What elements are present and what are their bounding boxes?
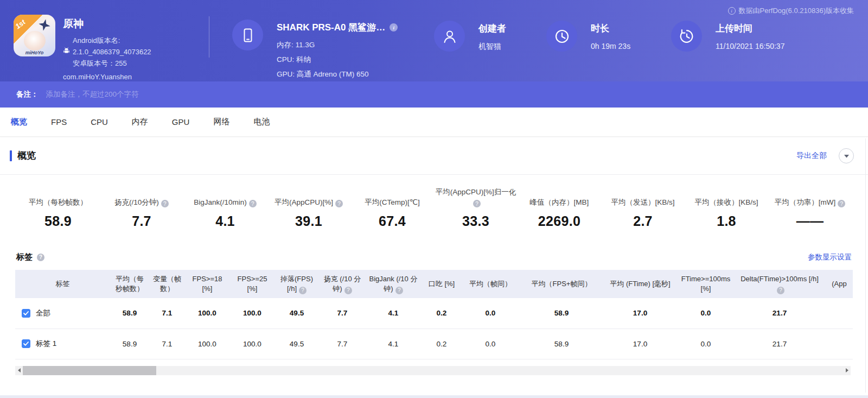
stat-label: 平均（每秒帧数） (16, 186, 100, 207)
stat-label-text: 扬克(/10分钟)? (114, 197, 169, 208)
stat-card: 平均（功率）[mW]?—— (768, 186, 852, 229)
table-cell: 49.5 (275, 328, 318, 359)
column-header-text: 扬克 (/10 分钟) (324, 275, 361, 293)
person-icon (434, 21, 465, 52)
export-all-link[interactable]: 导出全部 (796, 151, 827, 161)
duration-label: 时长 (591, 22, 630, 35)
column-header: 平均（每秒帧数） (110, 270, 149, 298)
row-label: 全部 (36, 309, 50, 317)
help-icon[interactable]: ? (161, 200, 169, 207)
first-badge: 1st (14, 15, 44, 45)
table-cell: 7.1 (149, 298, 185, 328)
stat-label-text: 平均（接收）[KB/s] (694, 197, 758, 207)
table-cell (823, 328, 853, 359)
table-header-row: 标签平均（每秒帧数）变量（帧数）FPS>=18 [%]FPS>=25 [%]掉落… (15, 270, 853, 298)
stat-label: 平均(AppCPU)[%]? (267, 186, 350, 207)
section-title: 概览 (17, 149, 36, 162)
help-icon[interactable]: ? (335, 200, 343, 207)
app-block: 1st miHoYo 原神 Android版本名: 2.1.0_4086379_… (14, 15, 151, 82)
table-cell: 0.2 (420, 328, 463, 359)
help-icon[interactable]: ? (299, 287, 307, 294)
tab-battery[interactable]: 电池 (253, 117, 270, 127)
table-cell: 4.1 (366, 328, 420, 359)
help-icon[interactable]: ? (344, 287, 352, 294)
column-header-text: 平均（FPS+帧间） (532, 280, 592, 288)
help-icon[interactable]: ? (473, 200, 481, 207)
labels-title: 标签 (16, 252, 33, 262)
upload-group: 上传时间 11/10/2021 16:50:37 (671, 21, 784, 52)
collapse-button[interactable] (839, 148, 854, 163)
stat-label-text: 平均(CTemp)[℃] (365, 197, 419, 207)
stat-value: 2269.0 (518, 213, 601, 229)
duration-value: 0h 19m 23s (591, 42, 630, 50)
column-header: FPS>=25 [%] (229, 270, 275, 298)
stat-card: BigJank(/10min)?4.1 (183, 186, 267, 229)
table-cell: 100.0 (185, 298, 229, 328)
tab-memory[interactable]: 内存 (132, 117, 148, 127)
stat-card: 扬克(/10分钟)?7.7 (100, 186, 183, 229)
tab-gpu[interactable]: GPU (172, 117, 190, 127)
android-version-value: 2.1.0_4086379_4073622 (73, 47, 151, 57)
stat-label-text: 峰值（内存）[MB] (530, 197, 589, 207)
table-cell: 58.9 (518, 298, 605, 328)
column-header: 掉落(FPS) [/h]? (275, 270, 318, 298)
table-cell: 0.0 (463, 328, 518, 359)
column-header-text: (App (832, 280, 846, 288)
stat-label-text: BigJank(/10min)? (194, 197, 257, 208)
labels-section-head: 标签 ? 参数显示设置 (16, 252, 852, 262)
stat-label-text: 平均(AppCPU)[%]归一化? (435, 187, 516, 208)
column-header-text: 平均 (FTime) [毫秒] (610, 280, 670, 288)
help-icon[interactable]: ? (395, 287, 403, 294)
stat-value: 2.7 (601, 213, 685, 229)
stat-label-text: 平均（每秒帧数） (29, 197, 87, 207)
row-label: 标签 1 (36, 339, 56, 348)
help-icon[interactable]: ? (37, 254, 44, 261)
help-icon[interactable]: ? (777, 287, 784, 294)
table-cell: 49.5 (275, 298, 318, 328)
scroll-right-arrow-icon[interactable] (843, 366, 851, 375)
table-row: 全部58.97.1100.0100.049.57.74.10.20.058.91… (15, 298, 853, 328)
column-header-text: 标签 (56, 280, 70, 288)
header-divider (209, 16, 209, 58)
column-header: 口吃 [%] (420, 270, 463, 298)
perfdog-version-text: 数据由PerfDog(6.0.210836)版本收集 (739, 6, 854, 16)
device-group: SHARK PRS-A0 黑鲨游… i 内存: 11.3G CPU: 科纳 GP… (232, 20, 398, 79)
history-icon (671, 21, 702, 52)
tab-cpu[interactable]: CPU (91, 117, 108, 127)
creator-group: 创建者 机智猫 (434, 21, 506, 52)
upload-value: 11/10/2021 16:50:37 (716, 42, 784, 50)
scroll-left-arrow-icon[interactable] (15, 366, 23, 375)
param-display-settings-link[interactable]: 参数显示设置 (808, 252, 852, 262)
stat-card: 平均（接收）[KB/s]1.8 (685, 186, 768, 229)
overview-panel: 概览 导出全部 平均（每秒帧数）58.9扬克(/10分钟)?7.7BigJank… (0, 137, 868, 375)
row-checkbox[interactable] (22, 339, 30, 348)
table-cell: 58.9 (110, 328, 149, 359)
horizontal-scrollbar[interactable] (15, 366, 851, 375)
table-cell: 58.9 (110, 298, 149, 328)
help-icon[interactable]: ? (838, 200, 845, 207)
section-accent-bar (10, 150, 12, 161)
stat-value: 7.7 (100, 213, 183, 229)
device-info-icon[interactable]: i (390, 23, 398, 31)
row-label-cell: 全部 (15, 298, 110, 328)
stat-label-text: 平均(AppCPU)[%]? (275, 197, 343, 208)
android-version-line: 2.1.0_4086379_4073622 (63, 47, 151, 57)
note-placeholder: 添加备注，不超过200个字符 (46, 90, 139, 99)
tab-overview[interactable]: 概览 (11, 117, 27, 127)
table-cell: 100.0 (185, 328, 229, 359)
table-cell: 100.0 (229, 328, 275, 359)
tab-network[interactable]: 网络 (213, 117, 229, 127)
stat-value: 39.1 (267, 213, 350, 229)
table-cell: 0.2 (420, 298, 463, 328)
table-cell: 21.7 (736, 298, 823, 328)
labels-table: 标签平均（每秒帧数）变量（帧数）FPS>=18 [%]FPS>=25 [%]掉落… (15, 270, 853, 359)
tab-fps[interactable]: FPS (51, 117, 67, 127)
clock-icon (546, 21, 577, 52)
row-checkbox[interactable] (22, 309, 30, 318)
help-icon[interactable]: ? (249, 200, 257, 207)
column-header-text: 变量（帧数） (153, 275, 181, 293)
note-input[interactable]: 备注： 添加备注，不超过200个字符 (0, 81, 868, 108)
column-header-text: 平均（帧间） (469, 280, 512, 288)
column-header-text: BigJank (/10 分钟) (369, 275, 418, 293)
scrollbar-thumb[interactable] (23, 366, 156, 375)
